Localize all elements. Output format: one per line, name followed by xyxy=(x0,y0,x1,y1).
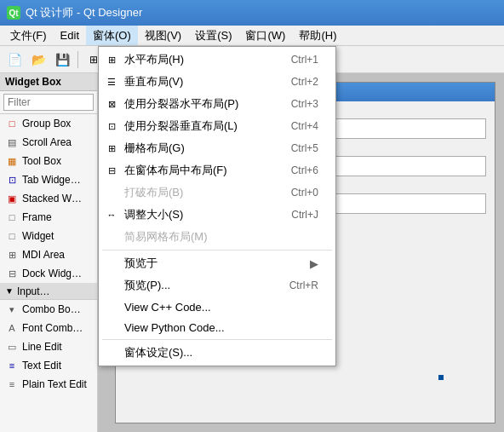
app-icon: Qt xyxy=(7,6,20,20)
view-cpp-icon xyxy=(104,299,119,314)
menu-help[interactable]: 帮助(H) xyxy=(292,26,343,45)
window-menu-dropdown: ⊞ 水平布局(H) Ctrl+1 ☰ 垂直布局(V) Ctrl+2 ⊠ 使用分裂… xyxy=(98,46,336,366)
view-cpp-label: View C++ Code... xyxy=(124,301,211,314)
menu-adjust-size[interactable]: ↔ 调整大小(S) Ctrl+J xyxy=(99,204,335,226)
menu-horizontal-layout[interactable]: ⊞ 水平布局(H) Ctrl+1 xyxy=(99,49,335,71)
view-python-label: View Python Code... xyxy=(124,321,225,334)
form-layout-label: 在窗体布局中布局(F) xyxy=(124,163,227,178)
form-settings-label: 窗体设定(S)... xyxy=(124,345,192,360)
form-layout-shortcut: Ctrl+6 xyxy=(257,164,318,176)
vertical-layout-icon: ☰ xyxy=(104,74,119,89)
split-v-shortcut: Ctrl+4 xyxy=(257,120,318,132)
menu-split-vertical[interactable]: ⊡ 使用分裂器垂直布局(L) Ctrl+4 xyxy=(99,115,335,137)
split-v-icon: ⊡ xyxy=(104,118,119,134)
break-layout-shortcut: Ctrl+0 xyxy=(257,187,318,199)
menu-view-cpp[interactable]: View C++ Code... xyxy=(99,297,335,317)
simple-layout-label: 简易网格布局(M) xyxy=(124,229,208,245)
menu-view[interactable]: 视图(V) xyxy=(138,26,188,45)
menu-vertical-layout[interactable]: ☰ 垂直布局(V) Ctrl+2 xyxy=(99,71,335,93)
split-h-label: 使用分裂器水平布局(P) xyxy=(124,96,238,112)
menu-grid-layout[interactable]: ⊞ 栅格布局(G) Ctrl+5 xyxy=(99,137,335,159)
title-text: Qt 设计师 - Qt Designer xyxy=(26,5,142,20)
form-layout-icon: ⊟ xyxy=(104,163,119,178)
vertical-layout-label: 垂直布局(V) xyxy=(124,74,183,89)
simple-layout-icon xyxy=(104,229,119,245)
preview-icon xyxy=(104,278,119,293)
menu-window[interactable]: 窗体(O) xyxy=(86,26,138,45)
grid-layout-label: 栅格布局(G) xyxy=(124,141,185,156)
form-settings-icon xyxy=(104,345,119,360)
menu-preview-in[interactable]: 预览于 ▶ xyxy=(99,252,335,274)
title-bar: Qt Qt 设计师 - Qt Designer xyxy=(0,0,504,26)
adjust-size-shortcut: Ctrl+J xyxy=(257,209,318,221)
menu-form-settings[interactable]: 窗体设定(S)... xyxy=(99,342,335,364)
menu-edit[interactable]: Edit xyxy=(54,26,86,45)
menu-break-layout: 打破布局(B) Ctrl+0 xyxy=(99,181,335,204)
adjust-size-label: 调整大小(S) xyxy=(124,207,183,222)
menu-bar: 文件(F) Edit 窗体(O) 视图(V) 设置(S) 窗口(W) 帮助(H) xyxy=(0,26,504,46)
preview-shortcut: Ctrl+R xyxy=(255,279,318,291)
adjust-size-icon: ↔ xyxy=(104,207,119,222)
split-h-shortcut: Ctrl+3 xyxy=(257,98,318,110)
horizontal-layout-shortcut: Ctrl+1 xyxy=(257,54,318,66)
vertical-layout-shortcut: Ctrl+2 xyxy=(257,76,318,88)
menu-form-layout[interactable]: ⊟ 在窗体布局中布局(F) Ctrl+6 xyxy=(99,159,335,181)
split-h-icon: ⊠ xyxy=(104,96,119,112)
menu-file[interactable]: 文件(F) xyxy=(3,26,54,45)
menu-sep2 xyxy=(102,339,332,340)
preview-in-label: 预览于 xyxy=(124,256,158,271)
menu-split-horizontal[interactable]: ⊠ 使用分裂器水平布局(P) Ctrl+3 xyxy=(99,93,335,115)
menu-windows[interactable]: 窗口(W) xyxy=(238,26,292,45)
view-python-icon xyxy=(104,320,119,335)
split-v-label: 使用分裂器垂直布局(L) xyxy=(124,118,238,134)
horizontal-layout-icon: ⊞ xyxy=(104,52,119,67)
break-layout-icon xyxy=(104,185,119,200)
grid-layout-shortcut: Ctrl+5 xyxy=(257,142,318,154)
menu-simple-layout: 简易网格布局(M) xyxy=(99,226,335,248)
menu-settings[interactable]: 设置(S) xyxy=(188,26,238,45)
menu-view-python[interactable]: View Python Code... xyxy=(99,317,335,337)
dropdown-overlay: ⊞ 水平布局(H) Ctrl+1 ☰ 垂直布局(V) Ctrl+2 ⊠ 使用分裂… xyxy=(0,46,504,432)
menu-preview[interactable]: 预览(P)... Ctrl+R xyxy=(99,274,335,297)
horizontal-layout-label: 水平布局(H) xyxy=(124,52,184,67)
preview-in-arrow: ▶ xyxy=(310,257,318,270)
menu-sep1 xyxy=(102,250,332,251)
preview-label: 预览(P)... xyxy=(124,278,170,293)
break-layout-label: 打破布局(B) xyxy=(124,185,183,200)
preview-in-icon xyxy=(104,256,119,271)
grid-layout-icon: ⊞ xyxy=(104,141,119,156)
